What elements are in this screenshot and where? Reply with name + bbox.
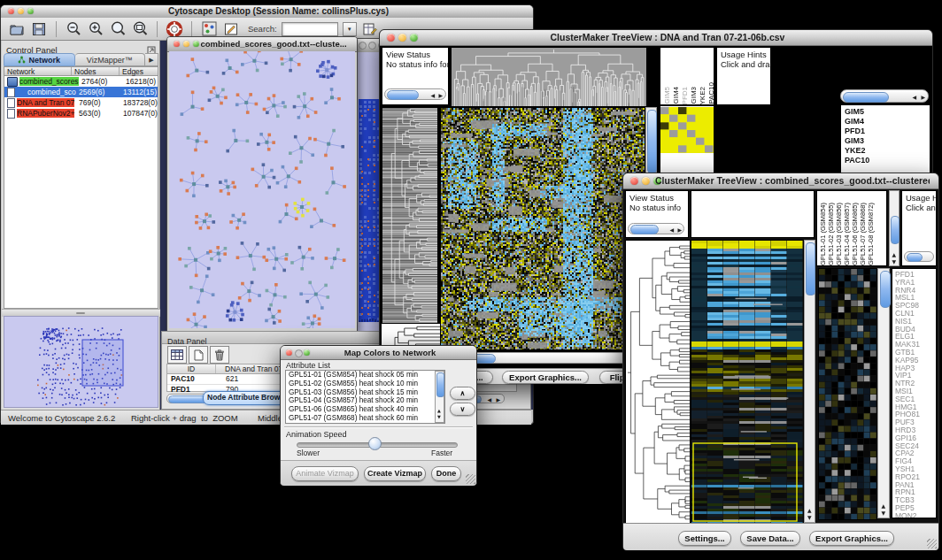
zoom-out-icon[interactable] [65, 20, 82, 38]
minimize-icon[interactable] [398, 34, 406, 42]
close-icon[interactable] [8, 8, 14, 14]
scrollbar-thumb[interactable] [907, 253, 923, 262]
close-icon[interactable] [174, 41, 180, 47]
minimize-icon[interactable] [368, 42, 376, 50]
delete-attribute-trash-icon[interactable] [210, 346, 229, 364]
network-overview-canvas[interactable] [4, 317, 158, 407]
attribute-list-item[interactable]: GPL51-07 (GSM868) heat shock 60 min [286, 414, 444, 423]
scroll-up-arrow[interactable]: ▲ [807, 508, 812, 513]
export-graphics-button[interactable]: Export Graphics... [809, 531, 894, 546]
scrollbar-thumb[interactable] [387, 90, 419, 100]
column-header-nodes[interactable]: Nodes [72, 67, 120, 75]
minimize-icon[interactable] [642, 177, 650, 185]
attribute-table-icon[interactable] [167, 346, 187, 364]
attribute-list-item[interactable]: GPL51-04 (GSM857) heat shock 20 min [286, 396, 444, 405]
view-status-scrollbar[interactable]: ◀ ▶ [384, 88, 446, 100]
scroll-left-arrow[interactable]: ◀ [487, 397, 491, 403]
annotation-icon[interactable] [222, 20, 240, 38]
slider-thumb[interactable] [368, 437, 382, 450]
scroll-down-arrow[interactable]: ▼ [807, 515, 812, 520]
treeview-dna-titlebar[interactable]: ClusterMaker TreeView : DNA and Tran 07-… [380, 30, 932, 46]
row-dendrogram-canvas[interactable] [382, 107, 438, 324]
network-tree-row[interactable]: RNAPuberNov2+ 563(0) 107847(0) [4, 108, 158, 119]
resize-grip[interactable] [927, 539, 937, 548]
help-lifering-icon[interactable] [166, 20, 183, 38]
scrollbar-thumb[interactable] [806, 242, 815, 295]
done-button[interactable]: Done [431, 466, 461, 481]
scrollbar-thumb[interactable] [647, 110, 657, 173]
treeview-combined-titlebar[interactable]: ClusterMaker TreeView : combined_scores_… [623, 173, 938, 189]
zoom-v-scrollbar[interactable]: ▲ ▼ [877, 268, 890, 518]
move-up-button[interactable]: ∧ [450, 387, 475, 400]
gene-list-h-scrollbar[interactable]: ◀ ▶ [840, 89, 929, 103]
save-data-button[interactable]: Save Data... [740, 531, 800, 546]
attribute-list-item[interactable]: GPL51-03 (GSM856) heat shock 15 min [286, 388, 444, 397]
attribute-list-v-scrollbar[interactable]: ▲ ▼ [435, 371, 444, 423]
network-tree-row[interactable]: combined_scores 2764(0) 16218(0) [4, 76, 158, 87]
view-status-scrollbar[interactable]: ◀ ▶ [628, 223, 684, 234]
zoom-window-icon[interactable] [193, 41, 199, 47]
global-heatmap-canvas[interactable] [691, 240, 804, 525]
close-icon[interactable] [359, 42, 367, 50]
animate-vizmap-button[interactable]: Animate Vizmap [291, 466, 359, 481]
attribute-editor-icon[interactable] [361, 20, 379, 38]
tab-vizmapper[interactable]: VizMapper™ [75, 53, 146, 66]
row-dendrogram-canvas[interactable] [625, 240, 691, 525]
export-graphics-button[interactable]: Export Graphics... [502, 371, 589, 384]
attribute-list-item[interactable]: GPL51-06 (GSM865) heat shock 40 min [286, 405, 444, 414]
array-v-scrollbar[interactable]: ▲ ▼ [889, 190, 900, 266]
minimize-icon[interactable] [295, 349, 303, 357]
scroll-left-arrow[interactable]: ◀ [669, 227, 674, 233]
scroll-down-arrow[interactable]: ▼ [437, 414, 441, 419]
minimize-icon[interactable] [18, 8, 24, 14]
scroll-up-arrow[interactable]: ▲ [882, 503, 886, 509]
network-view-canvas[interactable] [169, 51, 355, 328]
cytoscape-titlebar[interactable]: Cytoscape Desktop (Session Name: collins… [1, 5, 533, 19]
scrollbar-thumb[interactable] [436, 372, 444, 397]
tab-network[interactable]: Network [4, 53, 75, 66]
heatmap-v-scrollbar[interactable]: ▲ ▼ [804, 240, 815, 523]
search-dropdown-icon[interactable]: ▼ [343, 22, 357, 36]
scroll-right-arrow[interactable]: ▶ [677, 227, 682, 233]
close-icon[interactable] [630, 177, 638, 185]
scroll-right-arrow[interactable]: ▶ [921, 95, 925, 100]
zoom-heatmap-canvas[interactable] [660, 107, 714, 153]
vizmapper-grid-icon[interactable] [200, 20, 218, 38]
column-header-edges[interactable]: Edges [120, 67, 158, 75]
scroll-left-arrow[interactable]: ◀ [430, 93, 435, 98]
zoom-selected-icon[interactable] [109, 20, 127, 38]
zoom-in-icon[interactable] [87, 20, 104, 38]
zoom-fit-icon[interactable] [131, 20, 149, 38]
scrollbar-thumb[interactable] [843, 92, 889, 103]
id-column-header[interactable]: ID [167, 364, 216, 373]
attribute-list-item[interactable]: GPL51-01 (GSM854) heat shock 05 min [286, 371, 444, 380]
scroll-up-arrow[interactable]: ▲ [437, 408, 441, 413]
column-dendrogram-canvas[interactable] [451, 47, 647, 107]
scrollbar-thumb[interactable] [630, 225, 659, 234]
column-dendrogram-panel[interactable] [691, 190, 815, 238]
map-colors-titlebar[interactable]: Map Colors to Network [281, 346, 476, 360]
resize-grip[interactable] [466, 474, 475, 484]
scrollbar-thumb[interactable] [880, 271, 891, 308]
scroll-down-arrow[interactable]: ▼ [882, 510, 886, 516]
scroll-down-arrow[interactable]: ▼ [892, 259, 897, 265]
scrollbar-thumb[interactable] [891, 216, 900, 244]
create-vizmap-button[interactable]: Create Vizmap [364, 466, 426, 481]
attribute-listbox[interactable]: GPL51-01 (GSM854) heat shock 05 minGPL51… [285, 370, 445, 424]
network-tree-row[interactable]: combined_sco 2569(6) 13112(15) [4, 87, 158, 97]
save-session-icon[interactable] [30, 20, 48, 38]
settings-button[interactable]: Settings... [678, 531, 731, 546]
column-header-network[interactable]: Network [4, 67, 72, 75]
new-attribute-icon[interactable] [189, 346, 208, 364]
node-attribute-browser-button[interactable]: Node Attribute Browser [203, 391, 290, 405]
scroll-right-arrow[interactable]: ▶ [496, 397, 500, 403]
network-tree-row[interactable]: DNA and Tran 07 769(0) 183728(0) [4, 97, 158, 108]
zoom-window-icon[interactable] [304, 349, 310, 356]
search-input[interactable] [282, 22, 338, 36]
attribute-list-item[interactable]: GPL51-02 (GSM855) heat shock 10 min [286, 380, 444, 388]
usage-hints-scrollbar[interactable] [904, 251, 934, 262]
zoom-heatmap-canvas[interactable] [818, 268, 877, 520]
close-icon[interactable] [387, 34, 395, 42]
open-file-icon[interactable] [8, 20, 26, 38]
move-down-button[interactable]: ∨ [450, 403, 475, 416]
